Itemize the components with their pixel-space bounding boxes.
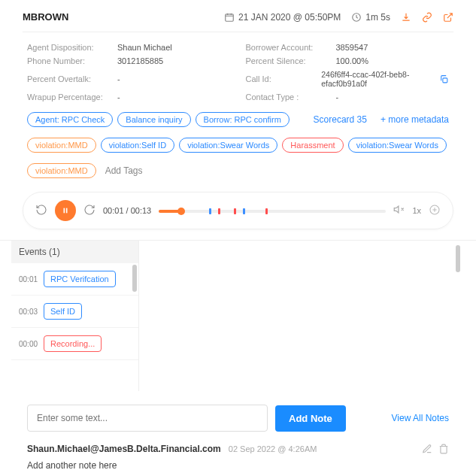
call-date: 21 JAN 2020 @ 05:50PM — [224, 12, 341, 23]
tag[interactable]: violation:Swear Words — [348, 138, 447, 153]
overtalk-label: Percent Overtalk: — [27, 74, 110, 83]
event-tag[interactable]: RPC Verifcation — [44, 271, 116, 287]
note-date: 02 Sep 2022 @ 4:26AM — [229, 444, 317, 453]
svg-rect-3 — [64, 208, 65, 214]
plus-circle-icon[interactable] — [429, 204, 441, 218]
edit-icon[interactable] — [422, 444, 432, 454]
note-entry: Shaun.Michael@JamesB.Delta.Financial.com… — [27, 441, 449, 457]
trash-icon[interactable] — [438, 444, 449, 454]
skip-forward-icon[interactable] — [83, 204, 96, 218]
event-time: 00:00 — [19, 340, 38, 348]
metadata-link[interactable]: + more metadata — [380, 114, 449, 125]
event-time: 00:01 — [19, 275, 38, 283]
agent-disp-label: Agent Disposition: — [27, 43, 110, 52]
overtalk-val: - — [117, 74, 120, 83]
phone-label: Phone Number: — [27, 56, 110, 65]
volume-mute-icon[interactable] — [393, 204, 405, 217]
borrower-label: Borrower Account: — [246, 43, 329, 52]
content-panel — [139, 241, 465, 391]
wrapup-label: Wrapup Percentage: — [27, 92, 110, 102]
add-tags[interactable]: Add Tags — [105, 165, 143, 176]
events-header: Events (1) — [11, 241, 138, 263]
copy-icon[interactable] — [439, 74, 449, 84]
tag[interactable]: Balance inquiry — [117, 112, 190, 127]
tags-row2: violation:MMD violation:Self ID violatio… — [23, 135, 453, 160]
event-row[interactable]: 00:01 RPC Verifcation — [11, 263, 138, 296]
events-title: Events (1) — [19, 247, 60, 257]
date-text: 21 JAN 2020 @ 05:50PM — [238, 12, 341, 23]
tag[interactable]: Harassment — [282, 138, 343, 153]
event-tag[interactable]: Recording... — [44, 335, 102, 352]
add-note-button[interactable]: Add Note — [275, 405, 346, 432]
tags-row3: violation:MMD Add Tags — [23, 160, 453, 186]
note-body: Add another note here — [27, 457, 449, 474]
event-row[interactable]: 00:03 Self ID — [11, 296, 138, 328]
event-row[interactable]: 00:00 Recording... — [11, 328, 138, 360]
view-all-notes-link[interactable]: View All Notes — [392, 413, 449, 423]
main-area: Events (1) 00:01 RPC Verifcation 00:03 S… — [11, 241, 465, 391]
tag[interactable]: violation:MMD — [27, 163, 96, 178]
tags-row1: Agent: RPC Check Balance inquiry Borrow:… — [23, 109, 453, 135]
tag[interactable]: Agent: RPC Check — [27, 112, 113, 127]
speed-display[interactable]: 1x — [412, 206, 421, 215]
link-icon[interactable] — [422, 12, 432, 23]
silence-val: 100.00% — [336, 56, 368, 65]
time-display: 00:01 / 00:13 — [103, 206, 151, 215]
borrower-val: 3859547 — [336, 43, 368, 52]
events-panel: Events (1) 00:01 RPC Verifcation 00:03 S… — [11, 241, 139, 391]
svg-rect-4 — [66, 208, 68, 214]
page-title: MBROWN — [23, 11, 68, 23]
svg-rect-2 — [443, 77, 447, 82]
external-link-icon[interactable] — [443, 12, 453, 23]
scrollbar[interactable] — [132, 265, 137, 292]
tag[interactable]: violation:Swear Words — [179, 138, 277, 153]
note-email: Shaun.Michael@JamesB.Delta.Financial.com — [27, 444, 221, 454]
call-duration: 1m 5s — [351, 12, 390, 23]
notes-area: Add Note View All Notes Shaun.Michael@Ja… — [23, 391, 453, 474]
svg-rect-0 — [226, 14, 234, 20]
skip-back-icon[interactable] — [35, 204, 47, 218]
scrollbar[interactable] — [456, 245, 460, 272]
calendar-icon — [224, 12, 235, 23]
tag[interactable]: violation:Self ID — [101, 138, 174, 153]
event-time: 00:03 — [19, 308, 38, 316]
info-grid: Agent Disposition:Shaun Michael Borrower… — [23, 32, 453, 109]
agent-disp-val: Shaun Michael — [117, 43, 172, 52]
wrapup-val: - — [117, 92, 120, 102]
clock-icon — [351, 12, 362, 23]
note-input[interactable] — [27, 405, 268, 432]
contacttype-val: - — [336, 92, 339, 102]
tag[interactable]: violation:MMD — [27, 138, 96, 153]
pause-button[interactable] — [55, 200, 76, 221]
silence-label: Percent Silence: — [246, 56, 329, 65]
progress-bar[interactable] — [159, 205, 386, 216]
callid-label: Call Id: — [246, 74, 314, 83]
tag[interactable]: Borrow: RPC confirm — [196, 112, 290, 127]
download-icon[interactable] — [401, 12, 411, 23]
scorecard-link[interactable]: Scorecard 35 — [314, 114, 367, 125]
duration-text: 1m 5s — [365, 12, 390, 23]
contacttype-label: Contact Type : — [246, 92, 329, 102]
event-tag[interactable]: Self ID — [44, 303, 82, 320]
callid-val: 246f6ff4-ccac-402f-beb8-efacf0b91a0f — [321, 70, 432, 88]
audio-player: 00:01 / 00:13 1x — [23, 192, 453, 229]
phone-val: 3012185885 — [117, 56, 163, 65]
